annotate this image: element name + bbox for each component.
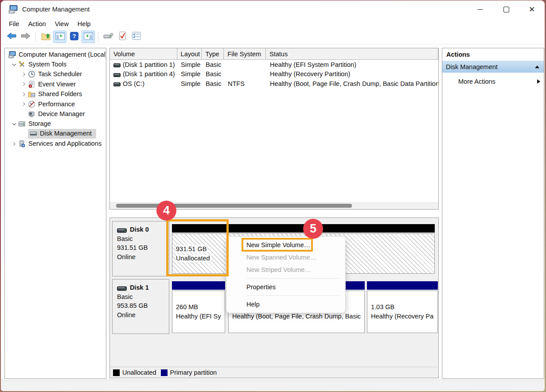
system-tools-icon bbox=[18, 61, 26, 68]
sidebar-item-services-and-applications[interactable]: Services and Applications bbox=[5, 139, 106, 149]
annotation-highlight-new-simple-volume bbox=[242, 238, 313, 252]
menu-bar: FileActionViewHelp bbox=[1, 18, 545, 30]
partition-body: 260 MBHealthy (EFI System Partition) bbox=[172, 291, 225, 333]
forward-arrow-button[interactable] bbox=[19, 31, 32, 43]
console-tree-pane: Computer Management (Local)System ToolsT… bbox=[4, 48, 106, 379]
help-button[interactable]: ? bbox=[67, 31, 81, 43]
chevron-down-icon[interactable] bbox=[10, 120, 18, 128]
chevron-placeholder bbox=[20, 111, 28, 118]
app-icon bbox=[8, 4, 18, 14]
partition-status-label: Healthy (Boot, Page File, Crash Dump, Ba… bbox=[232, 313, 361, 320]
partition-body: 1.03 GBHealthy (Recovery Partition) bbox=[367, 291, 438, 333]
sidebar-item-label: System Tools bbox=[28, 60, 68, 69]
partition-size-label: 1.03 GB bbox=[371, 303, 394, 310]
disk-type: Basic bbox=[117, 234, 169, 244]
column-header-file-system[interactable]: File System bbox=[224, 48, 266, 59]
disk-device-button[interactable] bbox=[101, 31, 115, 43]
event-viewer-icon bbox=[28, 81, 35, 88]
scrollbar-thumb[interactable] bbox=[116, 204, 352, 208]
svg-text:?: ? bbox=[72, 33, 76, 39]
console-tree-toggle-button[interactable] bbox=[53, 31, 66, 43]
cell-status: Healthy (EFI System Partition) bbox=[266, 61, 439, 68]
menu-action[interactable]: Action bbox=[23, 19, 50, 29]
chevron-right-icon[interactable] bbox=[20, 91, 28, 98]
menu-file[interactable]: File bbox=[4, 19, 23, 29]
column-header-status[interactable]: Status bbox=[266, 48, 438, 59]
actions-group-label: Disk Management bbox=[446, 63, 498, 70]
sidebar-item-disk-management[interactable]: Disk Management bbox=[5, 129, 106, 139]
primary-partition[interactable]: 1.03 GBHealthy (Recovery Partition) bbox=[367, 279, 438, 334]
maximize-button[interactable] bbox=[493, 0, 519, 18]
chevron-down-icon[interactable] bbox=[10, 61, 18, 68]
volume-icon bbox=[113, 62, 121, 67]
menu-help[interactable]: Help bbox=[73, 19, 95, 29]
close-button[interactable]: ✕ bbox=[519, 0, 545, 18]
sidebar-item-storage[interactable]: Storage bbox=[5, 119, 106, 129]
console-tree-toggle-icon bbox=[55, 32, 65, 42]
cell-type: Basic bbox=[202, 61, 224, 68]
toolbar: ? bbox=[1, 30, 545, 44]
sidebar-item-task-scheduler[interactable]: Task Scheduler bbox=[5, 70, 106, 79]
primary-partition[interactable]: 260 MBHealthy (EFI System Partition) bbox=[172, 279, 225, 334]
volume-row[interactable]: OS (C:)SimpleBasicNTFSHealthy (Boot, Pag… bbox=[110, 79, 438, 89]
actions-group-disk-management[interactable]: Disk Management bbox=[442, 61, 544, 73]
sidebar-item-performance[interactable]: Performance bbox=[5, 99, 106, 109]
sidebar-item-device-manager[interactable]: Device Manager bbox=[5, 109, 106, 119]
volume-row[interactable]: (Disk 1 partition 4)SimpleBasicHealthy (… bbox=[110, 70, 438, 79]
computer-icon bbox=[8, 51, 16, 58]
chevron-right-icon[interactable] bbox=[20, 81, 28, 88]
menu-view[interactable]: View bbox=[51, 19, 73, 29]
legend-item-primary-partition: Primary partition bbox=[161, 369, 217, 376]
maximize-icon bbox=[503, 7, 509, 12]
volume-row[interactable]: (Disk 1 partition 1)SimpleBasicHealthy (… bbox=[110, 60, 438, 70]
cell-layout: Simple bbox=[177, 61, 202, 68]
sidebar-item-label: Services and Applications bbox=[28, 140, 103, 148]
chevron-right-icon[interactable] bbox=[20, 101, 28, 108]
performance-icon bbox=[28, 101, 35, 108]
menu-item-help[interactable]: Help bbox=[226, 298, 345, 310]
window-title: Computer Management bbox=[22, 6, 90, 13]
up-level-folder-button[interactable] bbox=[39, 31, 52, 43]
up-level-folder-icon bbox=[41, 32, 51, 42]
action-pane-toggle-button[interactable] bbox=[82, 31, 95, 43]
sidebar-item-event-viewer[interactable]: Event Viewer bbox=[5, 79, 106, 89]
sidebar-item-system-tools[interactable]: System Tools bbox=[5, 59, 106, 69]
cell-volume: OS (C:) bbox=[110, 80, 177, 87]
annotation-badge-4: 4 bbox=[156, 201, 176, 221]
sidebar-item-computer-management-local-[interactable]: Computer Management (Local) bbox=[5, 50, 106, 59]
disk-type: Basic bbox=[117, 292, 169, 302]
legend-label: Primary partition bbox=[170, 369, 217, 376]
toolbar-separator bbox=[35, 32, 36, 42]
cell-status: Healthy (Recovery Partition) bbox=[266, 70, 439, 78]
minimize-button[interactable] bbox=[468, 0, 493, 18]
disk-label-cell[interactable]: Disk 1Basic953.85 GBOnline bbox=[112, 279, 169, 334]
checklist-button[interactable] bbox=[130, 31, 143, 43]
column-header-layout[interactable]: Layout bbox=[177, 48, 202, 59]
sidebar-item-shared-folders[interactable]: 23Shared Folders bbox=[5, 89, 106, 99]
shared-folders-icon: 23 bbox=[28, 90, 35, 98]
title-bar: Computer Management ✕ bbox=[1, 0, 545, 18]
disk-drive-icon bbox=[117, 285, 127, 291]
column-header-volume[interactable]: Volume bbox=[110, 48, 177, 59]
collapse-chevron-icon[interactable] bbox=[535, 66, 539, 68]
services-icon bbox=[18, 140, 26, 147]
more-actions-item[interactable]: More Actions bbox=[442, 75, 544, 88]
chevron-right-icon[interactable] bbox=[10, 140, 18, 147]
annotation-highlight-unallocated-partition bbox=[166, 219, 229, 276]
menu-item-new-striped-volume: New Striped Volume… bbox=[226, 264, 345, 276]
chevron-right-icon[interactable] bbox=[20, 71, 28, 78]
column-header-type[interactable]: Type bbox=[202, 48, 224, 59]
legend-label: Unallocated bbox=[122, 369, 156, 376]
cell-type: Basic bbox=[202, 70, 224, 78]
checklist-icon bbox=[132, 32, 141, 42]
back-arrow-button[interactable] bbox=[5, 31, 18, 43]
menu-item-properties[interactable]: Properties bbox=[226, 281, 345, 293]
volume-icon bbox=[113, 81, 121, 86]
partition-size-label: 260 MB bbox=[176, 303, 198, 310]
volume-icon bbox=[113, 72, 121, 77]
check-document-button[interactable] bbox=[116, 31, 129, 43]
sidebar-item-label: Performance bbox=[38, 100, 77, 109]
status-bar bbox=[1, 380, 545, 391]
disk-label-cell[interactable]: Disk 0Basic931.51 GBOnline bbox=[112, 221, 169, 276]
cell-volume: (Disk 1 partition 4) bbox=[110, 70, 177, 78]
